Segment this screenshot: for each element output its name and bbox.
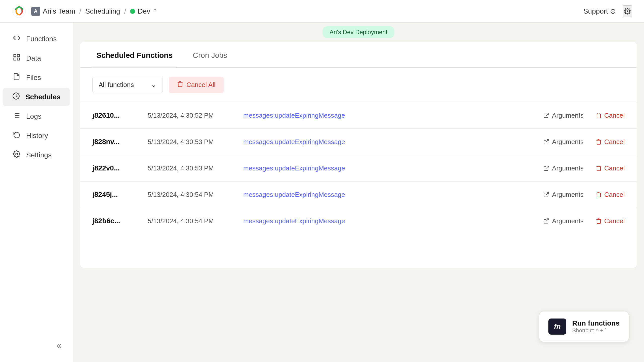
filters-row: All functions ⌄ Cancel All [80,68,637,102]
row-cancel-label: Cancel [604,138,625,146]
deployment-banner: Ari's Dev Deployment [73,23,644,42]
svg-line-16 [546,192,549,195]
row-time: 5/13/2024, 4:30:54 PM [148,191,243,199]
external-link-icon [543,165,549,171]
row-time: 5/13/2024, 4:30:52 PM [148,112,243,119]
functions-icon [12,34,21,43]
arguments-button[interactable]: Arguments [543,138,584,146]
deployment-badge: Ari's Dev Deployment [323,26,394,38]
content-area: Scheduled Functions Cron Jobs All functi… [80,42,637,268]
sidebar-item-logs[interactable]: Logs [3,107,70,125]
row-cancel-label: Cancel [604,112,625,119]
sidebar-settings-label: Settings [26,151,52,159]
row-time: 5/13/2024, 4:30:53 PM [148,164,243,172]
arguments-label: Arguments [552,138,584,146]
row-actions: Arguments Cancel [543,138,625,146]
row-id: j828nv... [92,138,148,146]
filter-chevron-icon: ⌄ [151,81,156,89]
app-header: A Ari's Team / Scheduling / Dev ⌃ Suppor… [0,0,644,23]
sidebar-item-history[interactable]: History [3,126,70,145]
svg-rect-3 [17,58,20,60]
function-filter-select[interactable]: All functions ⌄ [92,77,163,93]
svg-rect-4 [14,58,16,60]
row-function[interactable]: messages:updateExpiringMessage [243,112,543,119]
trash-icon [177,81,183,89]
row-trash-icon [596,218,602,224]
svg-line-15 [546,166,549,169]
sidebar-item-settings[interactable]: Settings [3,146,70,164]
arguments-label: Arguments [552,112,584,119]
run-functions-title: Run functions [572,319,620,327]
row-function[interactable]: messages:updateExpiringMessage [243,138,543,146]
row-trash-icon [596,192,602,198]
breadcrumb-env[interactable]: Dev ⌃ [130,7,157,15]
table-row: j822v0... 5/13/2024, 4:30:53 PM messages… [80,155,637,181]
row-time: 5/13/2024, 4:30:53 PM [148,138,243,146]
row-cancel-button[interactable]: Cancel [596,217,625,225]
run-functions-tooltip: fn Run functions Shortcut: ^ + ` [539,311,629,342]
sidebar: Functions Data [0,23,73,362]
row-actions: Arguments Cancel [543,217,625,225]
env-name: Dev [138,7,150,15]
sidebar-settings-icon [12,150,21,160]
row-trash-icon [596,165,602,171]
row-cancel-label: Cancel [604,217,625,225]
svg-rect-1 [14,55,16,57]
row-function[interactable]: messages:updateExpiringMessage [243,217,543,225]
row-cancel-label: Cancel [604,191,625,199]
tab-cron-jobs[interactable]: Cron Jobs [189,42,231,67]
support-icon: ⊙ [610,7,616,15]
arguments-button[interactable]: Arguments [543,191,584,199]
team-initial: A [31,7,40,16]
row-cancel-label: Cancel [604,164,625,172]
row-cancel-button[interactable]: Cancel [596,164,625,172]
sidebar-functions-label: Functions [26,35,57,43]
row-cancel-button[interactable]: Cancel [596,138,625,146]
arguments-button[interactable]: Arguments [543,217,584,225]
external-link-icon [543,192,549,198]
row-function[interactable]: messages:updateExpiringMessage [243,164,543,172]
scheduling-label: Scheduling [85,7,120,15]
row-id: j82b6c... [92,217,148,225]
cancel-all-button[interactable]: Cancel All [169,77,224,93]
tab-scheduled-functions[interactable]: Scheduled Functions [92,42,177,67]
breadcrumb-sep-1: / [79,7,81,15]
sidebar-item-functions[interactable]: Functions [3,30,70,48]
support-button[interactable]: Support ⊙ [583,7,616,15]
row-time: 5/13/2024, 4:30:54 PM [148,217,243,225]
sidebar-collapse-button[interactable] [0,337,73,355]
arguments-button[interactable]: Arguments [543,112,584,119]
sidebar-schedules-label: Schedules [25,93,61,101]
env-status-dot [130,9,135,14]
sidebar-item-schedules[interactable]: Schedules [3,88,70,106]
breadcrumb-sep-2: / [124,7,126,15]
table-row: j8245j... 5/13/2024, 4:30:54 PM messages… [80,181,637,208]
sidebar-data-label: Data [26,54,41,62]
sidebar-item-files[interactable]: Files [3,68,70,87]
arguments-label: Arguments [552,191,584,199]
arguments-button[interactable]: Arguments [543,164,584,172]
breadcrumb-team[interactable]: A Ari's Team [31,7,75,16]
sidebar-item-data[interactable]: Data [3,49,70,67]
row-cancel-button[interactable]: Cancel [596,191,625,199]
run-functions-text: Run functions Shortcut: ^ + ` [572,319,620,334]
external-link-icon [543,139,549,145]
table-row: j82b6c... 5/13/2024, 4:30:54 PM messages… [80,208,637,234]
data-icon [12,54,21,63]
row-cancel-button[interactable]: Cancel [596,112,625,119]
app-layout: Functions Data [0,0,644,362]
schedule-table: j82610... 5/13/2024, 4:30:52 PM messages… [80,102,637,234]
files-icon [12,73,21,82]
run-functions-shortcut: Shortcut: ^ + ` [572,327,620,334]
breadcrumb: A Ari's Team / Scheduling / Dev ⌃ [31,7,157,16]
row-id: j82610... [92,111,148,119]
svg-point-12 [16,153,18,155]
row-id: j8245j... [92,191,148,199]
row-id: j822v0... [92,164,148,172]
app-logo[interactable] [12,4,26,18]
cancel-all-label: Cancel All [186,81,216,89]
breadcrumb-scheduling[interactable]: Scheduling [85,7,120,15]
settings-button[interactable]: ⚙ [623,6,632,17]
tabs: Scheduled Functions Cron Jobs [80,42,637,68]
row-function[interactable]: messages:updateExpiringMessage [243,191,543,199]
